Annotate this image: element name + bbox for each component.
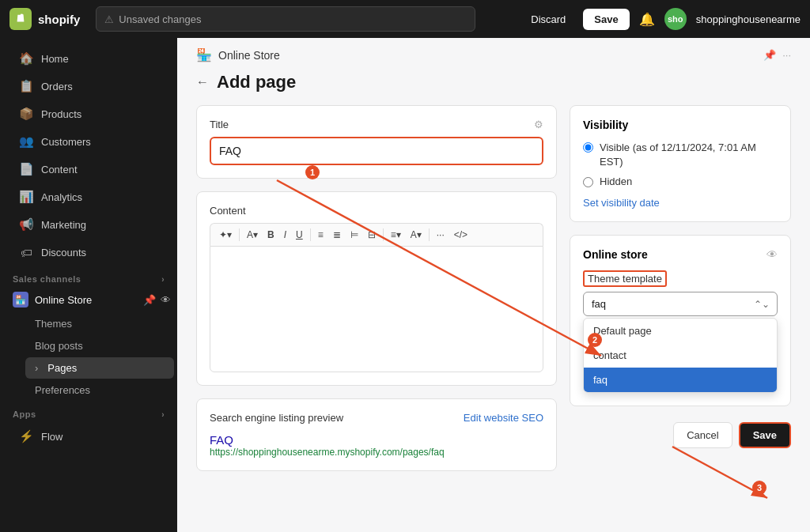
main-layout: 🏠 Home 📋 Orders 📦 Products 👥 Customers 📄… <box>0 38 810 532</box>
sales-channels-label: Sales channels <box>13 274 81 284</box>
pin-header-icon[interactable]: 📌 <box>763 49 776 61</box>
home-icon: 🏠 <box>19 51 33 66</box>
content-editor[interactable] <box>210 246 543 372</box>
content-icon: 📄 <box>19 162 33 176</box>
more-header-icon[interactable]: ··· <box>782 49 791 61</box>
toolbar-italic-btn[interactable]: I <box>280 227 290 243</box>
right-column: Visibility Visible (as of 12/11/2024, 7:… <box>570 105 791 471</box>
sidebar-item-marketing[interactable]: 📢 Marketing <box>6 211 171 238</box>
sidebar-themes-label: Themes <box>35 318 72 330</box>
toolbar-more-btn[interactable]: ··· <box>433 227 449 243</box>
shopify-wordmark: shopify <box>38 13 80 26</box>
search-bar[interactable]: ⚠ Unsaved changes <box>96 6 475 32</box>
sidebar-item-orders[interactable]: 📋 Orders <box>6 73 171 100</box>
hidden-radio[interactable] <box>583 177 593 187</box>
sidebar-analytics-label: Analytics <box>41 191 82 203</box>
topbar: shopify ⚠ Unsaved changes Discard Save 🔔… <box>0 0 810 38</box>
cancel-button[interactable]: Cancel <box>673 422 732 448</box>
toolbar-sep-1 <box>239 228 240 241</box>
theme-template-label: Theme template <box>583 270 667 287</box>
topbar-right: Discard Save 🔔 sho shoppinghousenearme <box>523 8 801 30</box>
content-area: 🏪 Online Store 📌 ··· ← Add page Title ⚙ <box>177 38 810 532</box>
sidebar-item-themes[interactable]: Themes <box>25 313 174 334</box>
analytics-icon: 📊 <box>19 190 33 204</box>
sidebar-home-label: Home <box>41 53 69 65</box>
toolbar-color-btn[interactable]: A▾ <box>407 227 426 243</box>
visible-label: Visible (as of 12/11/2024, 7:01 AM EST) <box>600 141 778 169</box>
sidebar-item-customers[interactable]: 👥 Customers <box>6 128 171 155</box>
save-button-top[interactable]: Save <box>583 9 629 30</box>
seo-header: Search engine listing preview Edit websi… <box>210 412 543 424</box>
pin-icon[interactable]: 📌 <box>143 294 156 306</box>
unsaved-label: Unsaved changes <box>119 13 201 25</box>
sidebar-item-products[interactable]: 📦 Products <box>6 100 171 127</box>
hidden-radio-row: Hidden <box>583 175 778 187</box>
content-card-label: Content <box>210 205 543 217</box>
sidebar-content-label: Content <box>41 164 78 175</box>
sidebar-discounts-label: Discounts <box>41 247 86 258</box>
toolbar-indent-btn[interactable]: ⊨ <box>346 227 362 243</box>
page-header-bar: 🏪 Online Store 📌 ··· <box>177 38 810 62</box>
visible-radio[interactable] <box>583 142 593 153</box>
discounts-icon: 🏷 <box>19 245 33 259</box>
left-column: Title ⚙ Content ✦▾ A▾ B I <box>196 105 557 471</box>
toolbar-sep-4 <box>429 228 430 241</box>
header-actions: 📌 ··· <box>763 49 791 61</box>
customers-icon: 👥 <box>19 134 33 149</box>
sidebar-item-pages[interactable]: › Pages <box>25 357 174 379</box>
notification-bell-icon[interactable]: 🔔 <box>639 12 655 27</box>
toolbar-text-btn[interactable]: A▾ <box>243 227 262 243</box>
toolbar-justify-btn[interactable]: ≡▾ <box>387 227 405 243</box>
theme-template-select-wrapper: faq Default page contact ⌃⌄ <box>583 292 778 316</box>
chevron-right-icon: › <box>161 275 165 284</box>
eye-card-icon[interactable]: 👁 <box>766 248 778 261</box>
eye-icon[interactable]: 👁 <box>161 294 171 306</box>
theme-template-dropdown: Default page contact faq <box>583 318 778 393</box>
dropdown-item-contact[interactable]: contact <box>584 343 777 368</box>
apps-section-label: Apps <box>13 409 36 419</box>
sidebar: 🏠 Home 📋 Orders 📦 Products 👥 Customers 📄… <box>0 38 177 532</box>
online-store-nav-icons: 📌 👁 <box>143 294 171 306</box>
toolbar-html-btn[interactable]: </> <box>450 227 471 243</box>
sidebar-item-home[interactable]: 🏠 Home <box>6 45 171 72</box>
seo-label: Search engine listing preview <box>210 412 343 424</box>
theme-template-select[interactable]: faq Default page contact <box>583 292 778 316</box>
shopify-logo: shopify <box>9 8 80 30</box>
discard-button[interactable]: Discard <box>523 9 573 30</box>
dropdown-item-default[interactable]: Default page <box>584 319 777 343</box>
toolbar-bold-btn[interactable]: B <box>263 227 278 243</box>
seo-url-preview: https://shoppinghousenearme.myshopify.co… <box>210 447 543 458</box>
toolbar-outdent-btn[interactable]: ⊟ <box>364 227 380 243</box>
sidebar-item-content[interactable]: 📄 Content <box>6 156 171 183</box>
store-name: shoppinghousenearme <box>696 13 801 25</box>
toolbar-sep-3 <box>383 228 384 241</box>
dropdown-item-faq[interactable]: faq <box>584 368 777 392</box>
online-store-nav-header[interactable]: 🏪 Online Store 📌 👁 <box>0 287 177 312</box>
online-store-card: Online store 👁 Theme template faq Defaul… <box>570 235 791 406</box>
online-store-submenu: Themes Blog posts › Pages Preferences <box>0 313 177 401</box>
title-input[interactable] <box>210 137 543 165</box>
save-button-bottom[interactable]: Save <box>739 422 791 448</box>
seo-title-preview: FAQ <box>210 433 543 447</box>
sales-channels-section: Sales channels › <box>0 266 177 287</box>
sidebar-item-preferences[interactable]: Preferences <box>25 379 174 401</box>
online-store-breadcrumb: 🏪 Online Store <box>196 47 280 62</box>
toolbar-align-left-btn[interactable]: ≡ <box>314 227 327 243</box>
set-visibility-date-button[interactable]: Set visibility date <box>583 197 660 209</box>
search-icon: ⚠ <box>104 13 114 25</box>
edit-seo-button[interactable]: Edit website SEO <box>464 412 543 424</box>
sidebar-pages-label: Pages <box>47 362 77 374</box>
back-button[interactable]: ← <box>196 75 209 89</box>
sidebar-item-discounts[interactable]: 🏷 Discounts <box>6 239 171 266</box>
seo-card: Search engine listing preview Edit websi… <box>196 398 557 471</box>
sidebar-item-blog-posts[interactable]: Blog posts <box>25 335 174 357</box>
footer-buttons: Cancel Save <box>570 422 791 448</box>
toolbar-format-btn[interactable]: ✦▾ <box>215 227 236 243</box>
toolbar-list-btn[interactable]: ≣ <box>329 227 345 243</box>
sidebar-item-analytics[interactable]: 📊 Analytics <box>6 183 171 210</box>
online-store-card-title-text: Online store <box>583 248 648 261</box>
sidebar-flow-label: Flow <box>41 431 62 443</box>
products-icon: 📦 <box>19 107 33 121</box>
toolbar-underline-btn[interactable]: U <box>292 227 307 243</box>
sidebar-item-flow[interactable]: ⚡ Flow <box>6 423 171 450</box>
